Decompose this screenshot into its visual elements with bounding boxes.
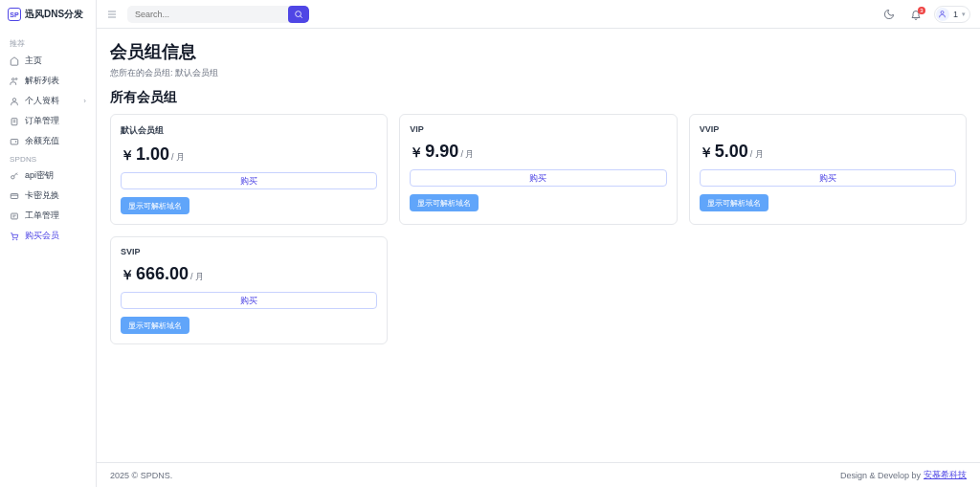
membership-card: VVIP￥5.00/ 月购买显示可解析域名	[689, 114, 967, 225]
svg-rect-8	[11, 213, 18, 219]
nav-label: 订单管理	[25, 115, 86, 127]
topbar: 3 1 ▾	[97, 0, 980, 29]
user-menu[interactable]: 1 ▾	[934, 6, 970, 23]
home-icon	[10, 56, 19, 66]
menu-toggle-icon[interactable]	[106, 9, 118, 20]
nav-section-label: 推荐	[0, 34, 96, 51]
price-currency: ￥	[410, 144, 423, 162]
section-title: 所有会员组	[110, 89, 967, 106]
svg-rect-4	[11, 139, 18, 144]
price-unit: / 月	[171, 151, 185, 164]
card-title: SVIP	[121, 247, 377, 256]
nav-label: 个人资料	[25, 95, 78, 107]
page-subtitle: 您所在的会员组: 默认会员组	[110, 67, 967, 79]
nav-orders[interactable]: 订单管理	[0, 111, 96, 131]
nav-home[interactable]: 主页	[0, 51, 96, 71]
nav-recharge[interactable]: 余额充值	[0, 131, 96, 151]
price: ￥9.90/ 月	[410, 142, 666, 162]
ticket-icon	[10, 211, 19, 221]
notification-count-badge: 3	[918, 7, 925, 14]
membership-card: 默认会员组￥1.00/ 月购买显示可解析域名	[110, 114, 388, 225]
svg-point-9	[12, 238, 13, 239]
price-currency: ￥	[700, 144, 713, 162]
price-amount: 1.00	[136, 144, 169, 165]
chevron-down-icon: ▾	[962, 11, 966, 18]
moon-icon	[883, 9, 895, 20]
price-currency: ￥	[121, 147, 134, 165]
nav-label: 购买会员	[25, 230, 86, 242]
theme-toggle[interactable]	[880, 9, 898, 20]
price: ￥5.00/ 月	[700, 142, 956, 162]
nav-label: 工单管理	[25, 210, 86, 222]
user-icon	[10, 97, 19, 106]
card-title: 默认会员组	[121, 124, 377, 137]
nav-tickets[interactable]: 工单管理	[0, 206, 96, 226]
card-icon	[10, 191, 19, 201]
svg-point-11	[296, 11, 301, 16]
price-amount: 9.90	[425, 142, 458, 162]
show-domains-button[interactable]: 显示可解析域名	[121, 317, 189, 334]
search-icon	[294, 10, 303, 19]
svg-point-6	[11, 175, 14, 178]
svg-point-0	[12, 77, 15, 80]
price-unit: / 月	[750, 148, 764, 161]
nav-label: 余额充值	[25, 135, 86, 147]
svg-point-12	[941, 11, 944, 14]
wallet-icon	[10, 137, 19, 146]
membership-card: SVIP￥666.00/ 月购买显示可解析域名	[110, 236, 388, 344]
nav-membership[interactable]: 购买会员	[0, 226, 96, 246]
brand[interactable]: SP 迅风DNS分发	[0, 0, 96, 29]
nav-label: 解析列表	[25, 75, 86, 87]
brand-badge-icon: SP	[8, 8, 21, 21]
price-unit: / 月	[190, 271, 204, 283]
search	[127, 6, 309, 23]
nav-label: 主页	[25, 55, 86, 67]
footer-right-link[interactable]: 安慕希科技	[924, 469, 967, 481]
show-domains-button[interactable]: 显示可解析域名	[121, 197, 189, 214]
svg-point-10	[16, 238, 17, 239]
price-amount: 5.00	[715, 142, 748, 162]
search-button[interactable]	[288, 6, 309, 23]
nav-record-list[interactable]: 解析列表	[0, 71, 96, 91]
price-currency: ￥	[121, 267, 134, 284]
membership-grid: 默认会员组￥1.00/ 月购买显示可解析域名VIP￥9.90/ 月购买显示可解析…	[110, 114, 967, 344]
user-label: 1	[953, 10, 958, 19]
buy-button[interactable]: 购买	[121, 172, 377, 189]
cart-icon	[10, 232, 19, 241]
footer-right-text: Design & Develop by	[840, 471, 921, 480]
page-subtitle-prefix: 您所在的会员组:	[110, 68, 173, 77]
nav-label: 卡密兑换	[25, 189, 86, 202]
avatar-icon	[936, 8, 949, 21]
show-domains-button[interactable]: 显示可解析域名	[700, 194, 768, 211]
page-title: 会员组信息	[110, 40, 967, 63]
price-amount: 666.00	[136, 264, 189, 284]
brand-name: 迅风DNS分发	[25, 8, 83, 21]
card-title: VVIP	[700, 124, 956, 134]
nav-redeem[interactable]: 卡密兑换	[0, 186, 96, 206]
page-subtitle-value: 默认会员组	[175, 68, 218, 77]
nav-label: api密钥	[25, 169, 86, 182]
buy-button[interactable]: 购买	[121, 292, 377, 309]
membership-card: VIP￥9.90/ 月购买显示可解析域名	[399, 114, 677, 225]
nav-api-key[interactable]: api密钥	[0, 166, 96, 186]
users-icon	[10, 77, 19, 86]
svg-point-5	[15, 141, 16, 142]
buy-button[interactable]: 购买	[700, 169, 956, 187]
chevron-right-icon: ›	[83, 97, 86, 105]
key-icon	[10, 171, 19, 181]
sidebar: SP 迅风DNS分发 推荐 主页 解析列表 个人资料 › 订单管理	[0, 0, 97, 487]
price: ￥1.00/ 月	[121, 144, 377, 165]
buy-button[interactable]: 购买	[410, 169, 666, 187]
svg-point-2	[12, 98, 15, 100]
show-domains-button[interactable]: 显示可解析域名	[410, 194, 479, 211]
notifications-button[interactable]: 3	[907, 9, 924, 20]
nav-section-label: SPDNS	[0, 151, 96, 166]
card-title: VIP	[410, 124, 666, 134]
clipboard-icon	[10, 117, 19, 126]
price-unit: / 月	[460, 148, 474, 161]
footer-left: 2025 © SPDNS.	[110, 471, 172, 480]
nav-profile[interactable]: 个人资料 ›	[0, 91, 96, 111]
nav: 推荐 主页 解析列表 个人资料 › 订单管理 余额充值 S	[0, 29, 96, 487]
svg-point-1	[15, 77, 17, 79]
search-input[interactable]	[127, 10, 288, 19]
